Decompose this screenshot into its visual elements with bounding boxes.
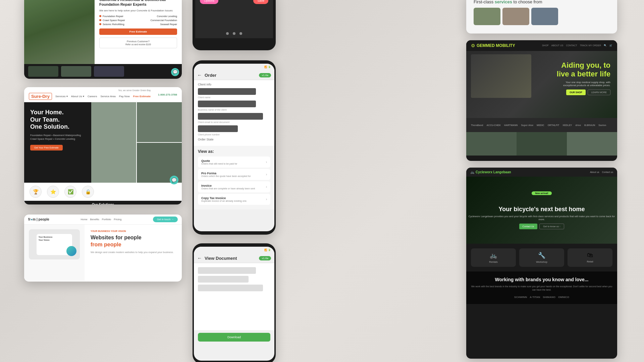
nav-about[interactable]: About Us ▾ bbox=[71, 95, 84, 98]
suredry-estimate-btn[interactable]: Get Your Free Estimate bbox=[30, 145, 63, 150]
nav-search-icon[interactable]: 🔍 bbox=[604, 44, 607, 47]
nav-about[interactable]: About us bbox=[590, 171, 599, 173]
phone-input[interactable] bbox=[198, 125, 238, 132]
screenshot-grid: California's Residential & Commercial Fo… bbox=[0, 0, 644, 362]
trust-icon-3: ✅ bbox=[64, 186, 76, 198]
service-thumb-1 bbox=[474, 8, 500, 25]
learn-more-button[interactable]: Get to know us ↑ bbox=[539, 224, 564, 229]
trust-bar: 🏆 ⭐ ✅ 🔒 bbox=[24, 183, 182, 201]
nav-contact[interactable]: Contact us bbox=[602, 171, 613, 173]
nav-pay[interactable]: Pay Now bbox=[119, 95, 130, 98]
device-preview: Your Business Your Vision bbox=[29, 229, 80, 259]
nav-shop[interactable]: SHOP bbox=[542, 44, 549, 47]
view-item-proforma[interactable]: Pro Forma Orders which the qoute have be… bbox=[198, 169, 270, 180]
frompeople-left-panel: Your Business Your Vision bbox=[24, 225, 85, 281]
bottom-thumb bbox=[61, 66, 91, 77]
client-name-input[interactable] bbox=[198, 88, 256, 95]
quote-sub: Orders that still need to be paid for bbox=[201, 163, 237, 165]
view-as-section: View as: Quote Orders that still need to… bbox=[194, 146, 274, 209]
learn-more-button[interactable]: LEARN MORE bbox=[588, 89, 610, 95]
phone-order-screen: 📶 🔋 ← Order v1.6a Client info Client nam… bbox=[194, 64, 274, 231]
email-label: Client email to send document bbox=[198, 121, 270, 123]
business-name-input[interactable] bbox=[198, 101, 256, 107]
device-mascot bbox=[66, 246, 76, 256]
proforma-sub: Orders which the qoute have been accepte… bbox=[201, 175, 251, 177]
email-input[interactable] bbox=[198, 113, 263, 120]
chevron-right-icon: › bbox=[266, 160, 267, 164]
nav-track[interactable]: TRACK MY ORDER bbox=[580, 44, 601, 47]
suredry-hero: Your Home. Our Team. One Solution. Found… bbox=[24, 102, 182, 183]
cycleworx-buttons: Contact Us Get to know us ↑ bbox=[519, 224, 565, 229]
download-button[interactable]: Download bbox=[198, 333, 270, 342]
nav-about[interactable]: ABOUT US bbox=[551, 44, 564, 47]
copy-tax-label: Copy Tax Invoice bbox=[201, 196, 247, 200]
nav-services[interactable]: Services ▾ bbox=[55, 95, 68, 98]
view-item-copy-tax[interactable]: Copy Tax Invoice Duplicate invoice of an… bbox=[198, 194, 270, 205]
brand-shimano: SHIMANO bbox=[543, 296, 555, 299]
doc-line bbox=[198, 276, 249, 283]
cycleworx-badge: New arrival! bbox=[532, 191, 552, 195]
nav-dot bbox=[233, 32, 235, 35]
shop-button[interactable]: OUR SHOP bbox=[566, 89, 585, 95]
free-estimate-button[interactable]: Free Estimate bbox=[99, 28, 177, 35]
invoice-label: Invoice bbox=[201, 184, 255, 187]
device-text-2: Your Vision bbox=[39, 239, 70, 241]
view-as-title: View as: bbox=[198, 149, 270, 154]
services-headline: First-class services to choose from bbox=[466, 0, 617, 8]
proforma-label: Pro Forma bbox=[201, 172, 251, 175]
nav-cart-icon[interactable]: 🛒 bbox=[609, 44, 612, 47]
previous-customer-btn[interactable]: Previous Customer? Refer us and receive … bbox=[99, 38, 177, 48]
retail-label: Retail bbox=[571, 260, 609, 263]
chat-icon[interactable]: 💬 bbox=[171, 68, 179, 76]
invoice-sub: Orders that are complete or have already… bbox=[201, 187, 255, 190]
service-item: Crawl Space RepairCommercial Foundation bbox=[99, 19, 177, 22]
save-button[interactable]: Save bbox=[253, 0, 268, 4]
frompeople-colored: from people bbox=[91, 242, 121, 247]
phone-order-card: 📶 🔋 ← Order v1.6a Client info Client nam… bbox=[193, 60, 276, 235]
doc-badge: v1.6a bbox=[259, 256, 271, 260]
doc-line bbox=[198, 267, 256, 274]
business-name-label: Business name of the client bbox=[198, 109, 270, 111]
contact-us-button[interactable]: Contact Us bbox=[519, 224, 538, 229]
services-keyword: services bbox=[495, 0, 512, 4]
brand-omnico: OMNICO bbox=[558, 296, 569, 299]
frompeople-logo: fr●m | people bbox=[28, 218, 49, 221]
suredry-hero-sub: Foundation Repair • Basement Waterproofi… bbox=[30, 133, 85, 141]
phone-options-card: Options Save bbox=[193, 0, 276, 50]
mobility-logo: ⚙ GEMMED MOBILITY bbox=[471, 43, 515, 48]
service-rentals: 🚲 Rentals bbox=[471, 248, 516, 267]
doc-back-button[interactable]: ← bbox=[197, 255, 202, 261]
brand-theraband: TheraBand bbox=[471, 124, 483, 126]
frompeople-body: Your Business Your Vision YOUR BUSINESS … bbox=[24, 225, 182, 281]
service-thumb-3 bbox=[531, 8, 558, 25]
bottom-thumb bbox=[28, 66, 58, 77]
order-header: ← Order v1.6a bbox=[194, 70, 274, 80]
phone-doc-screen: 📶 🔋 ← View Document v1.6a Download bbox=[194, 247, 274, 361]
doc-header: ← View Document v1.6a bbox=[194, 253, 274, 263]
back-button[interactable]: ← bbox=[197, 72, 202, 78]
nav-portfolio[interactable]: Portfolio bbox=[102, 218, 111, 221]
chat-bubble[interactable]: 💬 bbox=[170, 176, 178, 184]
suredry-phone[interactable]: 1-800-273-3788 bbox=[158, 93, 177, 96]
nav-service-area[interactable]: Service Area bbox=[100, 95, 115, 98]
mobility-hero-img bbox=[471, 54, 531, 98]
nav-benefits[interactable]: Benefits bbox=[90, 218, 99, 221]
foundation-card: California's Residential & Commercial Fo… bbox=[24, 0, 182, 79]
options-button[interactable]: Options bbox=[200, 0, 218, 4]
frompeople-nav: Home Benefits Portfolio Pricing bbox=[81, 218, 122, 221]
chevron-right-icon: › bbox=[266, 197, 267, 201]
workshop-icon: 🔧 bbox=[523, 252, 561, 259]
nav-pricing[interactable]: Pricing bbox=[114, 218, 121, 221]
get-in-touch-button[interactable]: Get in touch → bbox=[153, 217, 178, 222]
nav-estimate[interactable]: Free Estimate bbox=[133, 95, 151, 98]
trust-icon-4: 🔒 bbox=[82, 186, 94, 198]
frompeople-card: fr●m | people Home Benefits Portfolio Pr… bbox=[24, 215, 182, 282]
mobility-brand-bar: TheraBand ACCU-CHEK HARTMANN Super Aloe … bbox=[466, 118, 617, 132]
nav-home[interactable]: Home bbox=[81, 218, 88, 221]
nav-contact[interactable]: CONTACT bbox=[566, 44, 577, 47]
view-item-quote[interactable]: Quote Orders that still need to be paid … bbox=[198, 157, 270, 168]
frompeople-right-panel: YOUR BUSINESS YOUR VISION Websites for p… bbox=[85, 225, 182, 281]
rentals-label: Rentals bbox=[474, 260, 513, 263]
view-item-invoice[interactable]: Invoice Orders that are complete or have… bbox=[198, 181, 270, 192]
nav-careers[interactable]: Careers bbox=[88, 95, 97, 98]
